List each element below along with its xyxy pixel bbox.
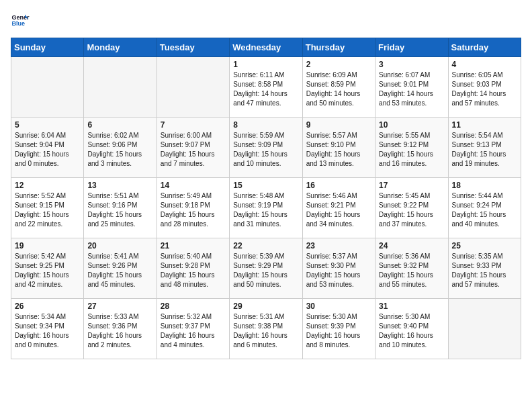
day-number: 13 bbox=[87, 181, 152, 190]
calendar-day: 13Sunrise: 5:51 AM Sunset: 9:16 PM Dayli… bbox=[84, 178, 157, 238]
weekday-header: Monday bbox=[84, 38, 157, 57]
day-info: Sunrise: 5:49 AM Sunset: 9:18 PM Dayligh… bbox=[161, 191, 226, 229]
logo: General Blue bbox=[11, 11, 30, 30]
day-info: Sunrise: 5:46 AM Sunset: 9:21 PM Dayligh… bbox=[306, 191, 371, 229]
day-number: 4 bbox=[452, 60, 517, 69]
calendar-day: 2Sunrise: 6:09 AM Sunset: 8:59 PM Daylig… bbox=[302, 57, 375, 118]
svg-text:Blue: Blue bbox=[11, 20, 25, 27]
day-number: 19 bbox=[15, 241, 80, 250]
day-number: 10 bbox=[379, 120, 444, 130]
day-number: 9 bbox=[306, 120, 371, 130]
calendar-empty bbox=[448, 299, 521, 359]
day-info: Sunrise: 5:30 AM Sunset: 9:39 PM Dayligh… bbox=[306, 312, 371, 350]
day-info: Sunrise: 5:30 AM Sunset: 9:40 PM Dayligh… bbox=[379, 312, 444, 350]
day-number: 1 bbox=[233, 60, 298, 69]
calendar-day: 31Sunrise: 5:30 AM Sunset: 9:40 PM Dayli… bbox=[375, 299, 448, 359]
day-info: Sunrise: 5:42 AM Sunset: 9:25 PM Dayligh… bbox=[15, 252, 80, 289]
day-number: 12 bbox=[15, 181, 80, 190]
day-number: 16 bbox=[306, 181, 371, 190]
day-number: 15 bbox=[233, 181, 298, 190]
day-info: Sunrise: 5:51 AM Sunset: 9:16 PM Dayligh… bbox=[87, 191, 152, 229]
day-number: 22 bbox=[233, 241, 298, 250]
day-info: Sunrise: 5:36 AM Sunset: 9:32 PM Dayligh… bbox=[379, 252, 444, 289]
calendar-week-row: 12Sunrise: 5:52 AM Sunset: 9:15 PM Dayli… bbox=[11, 178, 521, 238]
calendar-week-row: 1Sunrise: 6:11 AM Sunset: 8:58 PM Daylig… bbox=[11, 57, 521, 118]
calendar-day: 18Sunrise: 5:44 AM Sunset: 9:24 PM Dayli… bbox=[448, 178, 521, 238]
day-info: Sunrise: 5:41 AM Sunset: 9:26 PM Dayligh… bbox=[87, 252, 152, 289]
day-number: 24 bbox=[379, 241, 444, 250]
calendar-day: 25Sunrise: 5:35 AM Sunset: 9:33 PM Dayli… bbox=[448, 238, 521, 299]
calendar-day: 15Sunrise: 5:48 AM Sunset: 9:19 PM Dayli… bbox=[230, 178, 302, 238]
day-info: Sunrise: 6:04 AM Sunset: 9:04 PM Dayligh… bbox=[15, 131, 80, 169]
day-info: Sunrise: 6:05 AM Sunset: 9:03 PM Dayligh… bbox=[452, 71, 517, 108]
calendar-header: SundayMondayTuesdayWednesdayThursdayFrid… bbox=[11, 38, 521, 57]
day-info: Sunrise: 6:11 AM Sunset: 8:58 PM Dayligh… bbox=[233, 71, 298, 108]
calendar-week-row: 5Sunrise: 6:04 AM Sunset: 9:04 PM Daylig… bbox=[11, 118, 521, 178]
calendar-day: 1Sunrise: 6:11 AM Sunset: 8:58 PM Daylig… bbox=[230, 57, 302, 118]
calendar-day: 27Sunrise: 5:33 AM Sunset: 9:36 PM Dayli… bbox=[84, 299, 157, 359]
day-info: Sunrise: 5:37 AM Sunset: 9:30 PM Dayligh… bbox=[306, 252, 371, 289]
calendar-day: 28Sunrise: 5:32 AM Sunset: 9:37 PM Dayli… bbox=[157, 299, 229, 359]
day-info: Sunrise: 5:33 AM Sunset: 9:36 PM Dayligh… bbox=[87, 312, 152, 350]
calendar-day: 26Sunrise: 5:34 AM Sunset: 9:34 PM Dayli… bbox=[11, 299, 84, 359]
day-number: 20 bbox=[87, 241, 152, 250]
day-number: 11 bbox=[452, 120, 517, 130]
day-number: 26 bbox=[15, 302, 80, 311]
calendar-day: 7Sunrise: 6:00 AM Sunset: 9:07 PM Daylig… bbox=[157, 118, 229, 178]
calendar-week-row: 19Sunrise: 5:42 AM Sunset: 9:25 PM Dayli… bbox=[11, 238, 521, 299]
day-number: 23 bbox=[306, 241, 371, 250]
calendar-day: 8Sunrise: 5:59 AM Sunset: 9:09 PM Daylig… bbox=[230, 118, 302, 178]
day-number: 6 bbox=[87, 120, 152, 130]
day-number: 14 bbox=[161, 181, 226, 190]
calendar-day: 24Sunrise: 5:36 AM Sunset: 9:32 PM Dayli… bbox=[375, 238, 448, 299]
logo-icon: General Blue bbox=[11, 11, 30, 30]
calendar-day: 29Sunrise: 5:31 AM Sunset: 9:38 PM Dayli… bbox=[230, 299, 302, 359]
weekday-header: Saturday bbox=[448, 38, 521, 57]
calendar-empty bbox=[84, 57, 157, 118]
calendar-day: 17Sunrise: 5:45 AM Sunset: 9:22 PM Dayli… bbox=[375, 178, 448, 238]
calendar-day: 9Sunrise: 5:57 AM Sunset: 9:10 PM Daylig… bbox=[302, 118, 375, 178]
day-info: Sunrise: 5:59 AM Sunset: 9:09 PM Dayligh… bbox=[233, 131, 298, 169]
weekday-header: Sunday bbox=[11, 38, 84, 57]
calendar-empty bbox=[157, 57, 229, 118]
calendar-day: 19Sunrise: 5:42 AM Sunset: 9:25 PM Dayli… bbox=[11, 238, 84, 299]
calendar-day: 11Sunrise: 5:54 AM Sunset: 9:13 PM Dayli… bbox=[448, 118, 521, 178]
weekday-header: Friday bbox=[375, 38, 448, 57]
day-number: 27 bbox=[87, 302, 152, 311]
calendar-day: 21Sunrise: 5:40 AM Sunset: 9:28 PM Dayli… bbox=[157, 238, 229, 299]
day-info: Sunrise: 5:35 AM Sunset: 9:33 PM Dayligh… bbox=[452, 252, 517, 289]
day-number: 30 bbox=[306, 302, 371, 311]
day-number: 2 bbox=[306, 60, 371, 69]
calendar-day: 4Sunrise: 6:05 AM Sunset: 9:03 PM Daylig… bbox=[448, 57, 521, 118]
weekday-header: Tuesday bbox=[157, 38, 229, 57]
calendar-day: 6Sunrise: 6:02 AM Sunset: 9:06 PM Daylig… bbox=[84, 118, 157, 178]
weekday-header: Thursday bbox=[302, 38, 375, 57]
day-number: 3 bbox=[379, 60, 444, 69]
day-info: Sunrise: 5:55 AM Sunset: 9:12 PM Dayligh… bbox=[379, 131, 444, 169]
day-info: Sunrise: 5:39 AM Sunset: 9:29 PM Dayligh… bbox=[233, 252, 298, 289]
day-info: Sunrise: 5:31 AM Sunset: 9:38 PM Dayligh… bbox=[233, 312, 298, 350]
day-info: Sunrise: 5:57 AM Sunset: 9:10 PM Dayligh… bbox=[306, 131, 371, 169]
weekday-header: Wednesday bbox=[230, 38, 302, 57]
day-number: 29 bbox=[233, 302, 298, 311]
calendar-day: 5Sunrise: 6:04 AM Sunset: 9:04 PM Daylig… bbox=[11, 118, 84, 178]
day-info: Sunrise: 6:02 AM Sunset: 9:06 PM Dayligh… bbox=[87, 131, 152, 169]
day-info: Sunrise: 5:40 AM Sunset: 9:28 PM Dayligh… bbox=[161, 252, 226, 289]
day-number: 17 bbox=[379, 181, 444, 190]
day-info: Sunrise: 5:32 AM Sunset: 9:37 PM Dayligh… bbox=[161, 312, 226, 350]
day-info: Sunrise: 5:44 AM Sunset: 9:24 PM Dayligh… bbox=[452, 191, 517, 229]
calendar-day: 12Sunrise: 5:52 AM Sunset: 9:15 PM Dayli… bbox=[11, 178, 84, 238]
page-header: General Blue bbox=[11, 11, 521, 30]
calendar-day: 10Sunrise: 5:55 AM Sunset: 9:12 PM Dayli… bbox=[375, 118, 448, 178]
calendar-empty bbox=[11, 57, 84, 118]
day-info: Sunrise: 6:07 AM Sunset: 9:01 PM Dayligh… bbox=[379, 71, 444, 108]
day-info: Sunrise: 5:34 AM Sunset: 9:34 PM Dayligh… bbox=[15, 312, 80, 350]
calendar-day: 16Sunrise: 5:46 AM Sunset: 9:21 PM Dayli… bbox=[302, 178, 375, 238]
calendar-day: 20Sunrise: 5:41 AM Sunset: 9:26 PM Dayli… bbox=[84, 238, 157, 299]
day-info: Sunrise: 5:48 AM Sunset: 9:19 PM Dayligh… bbox=[233, 191, 298, 229]
day-number: 28 bbox=[161, 302, 226, 311]
day-info: Sunrise: 6:00 AM Sunset: 9:07 PM Dayligh… bbox=[161, 131, 226, 169]
day-info: Sunrise: 6:09 AM Sunset: 8:59 PM Dayligh… bbox=[306, 71, 371, 108]
day-info: Sunrise: 5:45 AM Sunset: 9:22 PM Dayligh… bbox=[379, 191, 444, 229]
calendar-table: SundayMondayTuesdayWednesdayThursdayFrid… bbox=[11, 38, 521, 359]
